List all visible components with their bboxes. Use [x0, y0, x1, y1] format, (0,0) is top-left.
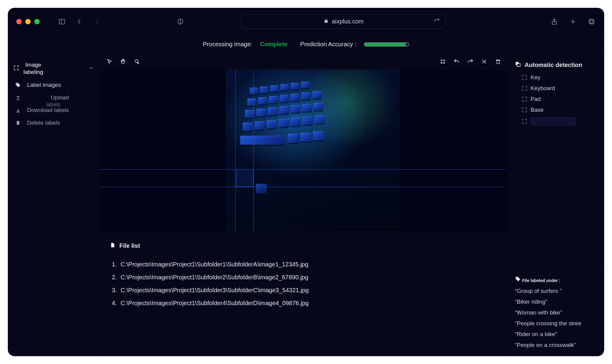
- shield-icon[interactable]: [176, 17, 185, 26]
- detection-label-row[interactable]: Keyboard: [522, 85, 598, 92]
- file-path: C:\Projects\Images\Project1\Subfolder4\S…: [121, 300, 309, 307]
- file-index: 4.: [110, 300, 117, 307]
- processing-value: Complete: [260, 41, 287, 48]
- close-window-button[interactable]: [16, 19, 22, 24]
- detection-label-row[interactable]: Base: [522, 107, 598, 113]
- minimize-window-button[interactable]: [25, 19, 31, 24]
- delete-button[interactable]: [494, 58, 502, 65]
- status-bar: Processing image: Complete Prediction Ac…: [8, 35, 604, 53]
- file-list-title: File list: [119, 242, 140, 249]
- bbox-icon: [522, 86, 527, 91]
- file-label-tag[interactable]: “Woman with bike”: [515, 309, 598, 316]
- file-path: C:\Projects\Images\Project1\Subfolder3\S…: [121, 287, 309, 294]
- file-label-tag[interactable]: “Biker riding”: [515, 299, 598, 305]
- sidebar-item-sublabel: labels: [46, 102, 60, 108]
- lock-icon: [323, 18, 329, 25]
- crosshair-vline-right: [253, 70, 254, 232]
- sidebar-item-download-labels[interactable]: Download labels labels: [13, 104, 94, 117]
- file-index: 3.: [110, 287, 117, 294]
- trash-icon: [14, 120, 22, 126]
- redo-button[interactable]: [467, 58, 474, 65]
- fullscreen-icon: [13, 65, 19, 72]
- svg-point-21: [443, 62, 445, 63]
- svg-point-19: [443, 60, 445, 61]
- share-icon[interactable]: [550, 17, 558, 26]
- file-index: 2.: [110, 274, 117, 281]
- detection-title: Automatic detection: [525, 62, 582, 68]
- zoom-tool-button[interactable]: [133, 58, 141, 65]
- svg-point-20: [441, 62, 442, 63]
- undo-button[interactable]: [453, 58, 461, 65]
- svg-rect-7: [590, 20, 594, 24]
- clear-button[interactable]: [480, 58, 488, 65]
- sidebar-title: Image labeling: [23, 61, 43, 76]
- sidebar-item-label: Download labels: [27, 107, 69, 114]
- file-label-tag[interactable]: “People crossing the stree: [515, 320, 598, 327]
- file-icon: [110, 242, 116, 250]
- file-label-tag[interactable]: “Group of surfers ”: [515, 288, 598, 294]
- processing-label: Processing image:: [203, 41, 252, 48]
- svg-point-27: [516, 278, 517, 278]
- sidebar-item-label-images[interactable]: Label images: [13, 79, 94, 91]
- detection-panel: Automatic detection KeyKeyboardPadBase: [508, 53, 604, 133]
- sidebar-toggle-icon[interactable]: [58, 17, 66, 26]
- sidebar-item-label: Label images: [27, 82, 61, 88]
- image-canvas[interactable]: [99, 70, 508, 232]
- svg-rect-24: [496, 60, 500, 60]
- svg-rect-0: [59, 19, 65, 24]
- svg-rect-15: [16, 121, 20, 122]
- browser-chrome: aixplus.com: [8, 8, 604, 35]
- hand-tool-button[interactable]: [119, 58, 127, 65]
- file-label-tag[interactable]: “Rider on a bike”: [515, 331, 598, 338]
- sidebar-section-image-labeling[interactable]: Image labeling: [13, 61, 94, 76]
- detection-label-row[interactable]: Key: [522, 74, 598, 81]
- nav-back-button[interactable]: [75, 17, 84, 26]
- bbox-icon: [522, 97, 527, 102]
- accuracy-progress-fill: [364, 43, 406, 46]
- crosshair-hline-bottom: [99, 187, 506, 187]
- selection-box[interactable]: [236, 169, 253, 187]
- center-pane: File list 1.C:\Projects\Images\Project1\…: [99, 53, 508, 356]
- file-list-item[interactable]: 2.C:\Projects\Images\Project1\Subfolder2…: [110, 271, 498, 284]
- file-labels-panel: File labeled under : “Group of surfers ”…: [508, 268, 604, 356]
- detection-label-row[interactable]: Pad: [522, 96, 598, 102]
- file-list-item[interactable]: 1.C:\Projects\Images\Project1\Subfolder1…: [110, 258, 498, 271]
- file-list-item[interactable]: 3.C:\Projects\Images\Project1\Subfolder3…: [110, 284, 498, 297]
- tag-icon: [515, 278, 522, 283]
- browser-window: aixplus.com Processing image: Complete P…: [8, 8, 604, 356]
- svg-point-9: [17, 83, 17, 84]
- window-controls: [16, 19, 40, 24]
- upload-icon: [14, 95, 22, 101]
- file-list-panel: File list 1.C:\Projects\Images\Project1\…: [99, 232, 508, 320]
- file-list-item[interactable]: 4.C:\Projects\Images\Project1\Subfolder4…: [110, 297, 498, 310]
- svg-rect-17: [137, 62, 139, 64]
- nav-forward-button[interactable]: [93, 17, 101, 26]
- canvas-toolbar: [99, 53, 508, 70]
- reload-icon[interactable]: [433, 17, 441, 26]
- left-sidebar: Image labeling Label images Upload: [8, 53, 99, 356]
- address-bar[interactable]: aixplus.com: [241, 14, 446, 29]
- grid-button[interactable]: [439, 58, 447, 65]
- crosshair-vline-left: [235, 70, 236, 232]
- bbox-icon: [522, 119, 527, 124]
- file-index: 1.: [110, 261, 117, 268]
- svg-rect-8: [589, 19, 593, 23]
- sidebar-item-label: Delete labels: [27, 120, 60, 126]
- svg-rect-26: [517, 64, 520, 67]
- cursor-tool-button[interactable]: [106, 58, 113, 65]
- file-label-tag[interactable]: “People on a crosswalk”: [515, 342, 598, 348]
- tabs-overview-icon[interactable]: [587, 17, 596, 26]
- file-labels-title: File labeled under :: [522, 278, 561, 283]
- address-text: aixplus.com: [332, 18, 364, 25]
- file-path: C:\Projects\Images\Project1\Subfolder1\S…: [121, 261, 308, 268]
- new-tab-icon[interactable]: [569, 17, 577, 26]
- file-path: C:\Projects\Images\Project1\Subfolder2\S…: [121, 274, 308, 281]
- detection-new-label-input[interactable]: [531, 117, 576, 125]
- svg-point-18: [441, 60, 442, 61]
- sidebar-item-delete-labels[interactable]: Delete labels: [13, 117, 94, 129]
- svg-rect-14: [17, 121, 19, 121]
- layers-icon: [515, 61, 521, 69]
- maximize-window-button[interactable]: [34, 19, 40, 24]
- download-icon: [14, 107, 22, 113]
- tag-icon: [14, 82, 22, 88]
